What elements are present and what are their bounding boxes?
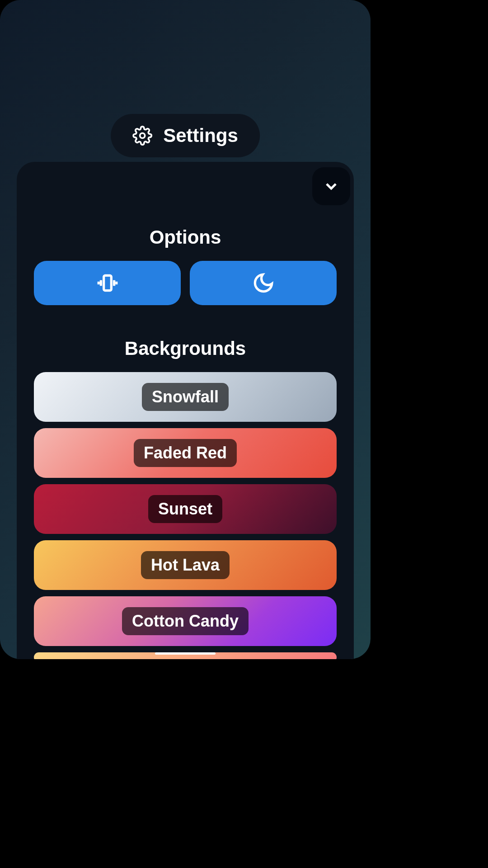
gear-icon	[132, 126, 152, 146]
home-indicator	[155, 652, 216, 655]
screen: Settings Options	[0, 0, 371, 659]
settings-title: Settings	[163, 125, 238, 146]
background-option-snowfall[interactable]: Snowfall	[34, 372, 337, 422]
settings-badge: Settings	[111, 114, 260, 157]
background-label: Cotton Candy	[122, 607, 249, 635]
backgrounds-title: Backgrounds	[34, 338, 337, 359]
background-label: Hot Lava	[141, 551, 230, 579]
options-row	[34, 261, 337, 305]
settings-panel: Options	[17, 162, 354, 659]
background-label: Sunset	[148, 495, 222, 523]
background-option-sunset[interactable]: Sunset	[34, 484, 337, 534]
chevron-down-icon	[322, 177, 340, 195]
svg-rect-0	[103, 275, 111, 290]
vibrate-toggle-button[interactable]	[34, 261, 181, 305]
options-section: Options	[34, 226, 337, 305]
background-label: Faded Red	[134, 439, 237, 467]
background-option-hot-lava[interactable]: Hot Lava	[34, 540, 337, 590]
background-option-faded-red[interactable]: Faded Red	[34, 428, 337, 478]
backgrounds-section: Backgrounds Snowfall Faded Red Sunset Ho…	[34, 338, 337, 659]
close-button[interactable]	[312, 167, 350, 205]
background-option-cotton-candy[interactable]: Cotton Candy	[34, 596, 337, 646]
moon-icon	[252, 272, 275, 294]
options-title: Options	[34, 226, 337, 248]
vibrate-icon	[96, 272, 119, 294]
backgrounds-list: Snowfall Faded Red Sunset Hot Lava Cotto…	[34, 372, 337, 659]
background-label: Snowfall	[142, 383, 229, 411]
dark-mode-toggle-button[interactable]	[190, 261, 337, 305]
